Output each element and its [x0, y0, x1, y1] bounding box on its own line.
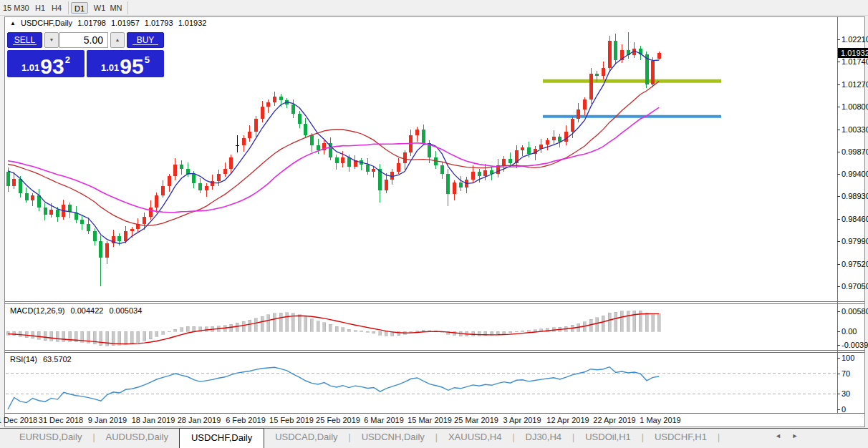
price-axis-label: 1.01270: [842, 80, 868, 89]
price-axis-tick: [837, 130, 840, 130]
toolbar-separator: [68, 1, 69, 14]
ma-medium-line: [8, 81, 659, 225]
rsi-axis-label: 70: [842, 369, 850, 378]
price-axis-label: 0.99400: [842, 170, 868, 178]
macd-axis-label: 0.005805: [842, 307, 868, 316]
macd-label: MACD(12,26,9) 0.004422 0.005034: [10, 306, 145, 315]
macd-histogram: [6, 311, 660, 346]
chart-tab-dj30-h4[interactable]: DJ30,H4: [515, 429, 573, 447]
timeframe-m30[interactable]: M30: [12, 2, 31, 14]
price-axis-label: 1.00800: [842, 102, 868, 111]
rsi-indicator-panel[interactable]: [6, 353, 837, 413]
price-axis-label: 0.97050: [842, 282, 868, 291]
date-axis-label: 12 Apr 2019: [546, 416, 589, 424]
chart-tab-eurusd-daily[interactable]: EURUSD,Daily: [9, 429, 92, 447]
rsi-axis-tick: [837, 374, 840, 374]
current-price-tag: 1.01932: [838, 48, 868, 58]
rsi-axis-label: 0: [842, 405, 846, 414]
price-axis-label: 0.98930: [842, 192, 868, 200]
panel-separator: [5, 413, 864, 414]
price-axis-label: 1.01740: [842, 57, 868, 66]
tab-scroll-right-icon[interactable]: ►: [791, 432, 802, 439]
date-axis-label: 3 Apr 2019: [503, 416, 541, 424]
date-axis-label: 6 Feb 2019: [226, 416, 266, 424]
price-axis-tick: [837, 264, 840, 265]
date-axis-label: 25 Mar 2019: [454, 416, 498, 424]
candlestick-chart[interactable]: [6, 24, 837, 301]
rsi-label: RSI(14) 63.5702: [10, 355, 75, 364]
price-axis-tick: [837, 62, 840, 62]
chart-tab-xauusd-h4[interactable]: XAUUSD,H4: [438, 429, 512, 447]
date-axis-label: 18 Jan 2019: [132, 416, 175, 424]
ma-slow-line: [8, 107, 659, 213]
price-axis-tick: [837, 84, 840, 85]
price-axis-label: 0.99870: [842, 147, 868, 156]
panel-separator: [5, 303, 864, 304]
macd-axis-tick: [837, 331, 840, 332]
price-axis-label: 0.97990: [842, 237, 868, 245]
panel-separator[interactable]: [5, 350, 864, 351]
rsi-value: 63.5702: [43, 355, 72, 364]
timeframe-w1[interactable]: W1: [92, 2, 107, 14]
price-axis-tick: [837, 219, 840, 220]
price-axis-tick: [837, 241, 840, 242]
timeframe-d1[interactable]: D1: [71, 2, 88, 14]
rsi-axis-tick: [837, 409, 840, 410]
price-axis-tick: [837, 39, 840, 40]
price-axis-tick: [837, 174, 840, 175]
macd-axis-label: 0.00: [842, 327, 857, 336]
date-axis-label: 6 Mar 2019: [364, 416, 404, 424]
macd-axis-tick: [837, 345, 840, 346]
panel-separator[interactable]: [5, 301, 864, 302]
panel-separator: [5, 352, 864, 353]
date-axis-label: 15 Feb 2019: [269, 416, 314, 424]
macd-name: MACD(12,26,9): [10, 306, 64, 315]
price-axis-label: 0.97520: [842, 260, 868, 268]
price-axis-tick: [837, 196, 840, 197]
macd-value: 0.004422: [70, 306, 103, 315]
timeframe-h1[interactable]: H1: [33, 2, 47, 14]
price-axis-label: 0.98460: [842, 215, 868, 223]
date-axis-label: 28 Jan 2019: [178, 416, 221, 424]
chart-tab-usdchf-h1[interactable]: USDCHF,H1: [644, 429, 718, 447]
rsi-axis-label: 100: [842, 354, 854, 362]
rsi-axis-tick: [837, 394, 840, 394]
date-axis-label: 21 Dec 2018: [0, 416, 37, 424]
price-axis-tick: [837, 107, 840, 107]
chart-tab-usdoil-h1[interactable]: USDOil,H1: [574, 429, 642, 447]
date-axis-label: 15 Mar 2019: [408, 416, 452, 424]
date-axis-label: 22 Apr 2019: [593, 416, 635, 424]
date-axis-label: 31 Dec 2018: [39, 416, 83, 424]
date-axis-label: 25 Feb 2019: [316, 416, 360, 424]
chart-tab-usdcad-daily[interactable]: USDCAD,Daily: [264, 429, 348, 447]
rsi-name: RSI(14): [10, 355, 37, 364]
date-axis-label: 1 May 2019: [640, 416, 680, 424]
chart-tab-bar: EURUSD,Daily|AUDUSD,DailyUSDCHF,DailyUSD…: [0, 428, 868, 448]
rsi-axis-label: 30: [842, 389, 850, 398]
chart-tab-usdchf-daily[interactable]: USDCHF,Daily: [179, 428, 264, 448]
timeframe-15[interactable]: 15: [2, 2, 12, 14]
toolbar-separator: [127, 1, 128, 14]
tab-divider: |: [718, 429, 720, 442]
tab-scroll-left-icon[interactable]: ◄: [775, 432, 786, 439]
macd-axis-label: -0.003945: [842, 341, 868, 349]
price-axis-line: [837, 16, 838, 414]
macd-axis-tick: [837, 311, 840, 312]
timeframe-toolbar: 15M30H1H4D1W1MN: [0, 0, 868, 16]
chart-tab-usdcnh-daily[interactable]: USDCNH,Daily: [351, 429, 435, 447]
date-axis-label: 9 Jan 2019: [88, 416, 127, 424]
price-axis-label: 1.02210: [842, 35, 868, 44]
price-axis-tick: [837, 286, 840, 287]
macd-signal-value: 0.005034: [109, 306, 142, 315]
price-axis-tick: [837, 152, 840, 152]
rsi-axis-tick: [837, 358, 840, 359]
price-axis-label: 1.00330: [842, 125, 868, 134]
timeframe-mn[interactable]: MN: [108, 2, 124, 14]
timeframe-h4[interactable]: H4: [49, 2, 64, 14]
chart-tab-audusd-daily[interactable]: AUDUSD,Daily: [95, 429, 179, 447]
